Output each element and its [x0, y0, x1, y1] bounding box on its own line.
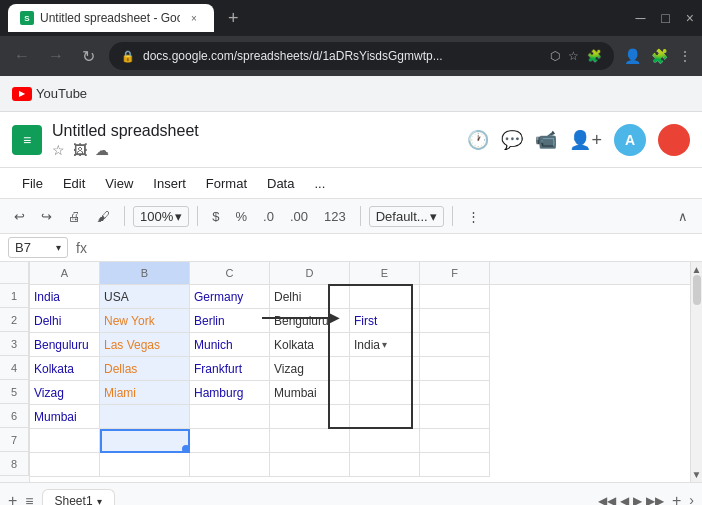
fx-icon[interactable]: fx [76, 240, 87, 256]
cell-a8[interactable] [30, 453, 100, 477]
add-sheet-right-button[interactable]: + [672, 492, 681, 506]
col-header-e[interactable]: E [350, 262, 420, 284]
cell-a3[interactable]: Benguluru [30, 333, 100, 357]
cell-b6[interactable] [100, 405, 190, 429]
decimal-less-button[interactable]: .0 [257, 205, 280, 228]
cell-b4[interactable]: Dellas [100, 357, 190, 381]
cell-c8[interactable] [190, 453, 270, 477]
paint-format-button[interactable]: 🖌 [91, 205, 116, 228]
cell-e8[interactable] [350, 453, 420, 477]
add-people-icon[interactable]: 👤+ [569, 129, 602, 151]
record-button[interactable] [658, 124, 690, 156]
col-header-b[interactable]: B [100, 262, 190, 284]
sheet-tab-sheet1[interactable]: Sheet1 ▾ [42, 489, 115, 505]
youtube-logo[interactable]: YouTube [12, 86, 87, 101]
browser-menu-icon[interactable]: ⋮ [678, 48, 692, 64]
cell-e5[interactable] [350, 381, 420, 405]
scroll-down-button[interactable]: ▼ [692, 469, 702, 480]
zoom-selector[interactable]: 100% ▾ [133, 206, 189, 227]
cell-f7[interactable] [420, 429, 490, 453]
menu-more[interactable]: ... [304, 172, 335, 195]
extensions-icon[interactable]: 🧩 [651, 48, 668, 64]
spreadsheet-title[interactable]: Untitled spreadsheet [52, 122, 199, 140]
forward-button[interactable]: → [44, 47, 68, 65]
profile-icon[interactable]: 👤 [624, 48, 641, 64]
menu-file[interactable]: File [12, 172, 53, 195]
cell-e4[interactable] [350, 357, 420, 381]
cell-f5[interactable] [420, 381, 490, 405]
extension-icon[interactable]: 🧩 [587, 49, 602, 63]
share-icon[interactable]: ⬡ [550, 49, 560, 63]
user-avatar[interactable]: A [614, 124, 646, 156]
cell-c1[interactable]: Germany [190, 285, 270, 309]
sheet-list-button[interactable]: ≡ [25, 493, 33, 506]
cell-c7[interactable] [190, 429, 270, 453]
cell-c5[interactable]: Hamburg [190, 381, 270, 405]
cell-reference-box[interactable]: B7 ▾ [8, 237, 68, 258]
cell-a7[interactable] [30, 429, 100, 453]
number-format-button[interactable]: 123 [318, 205, 352, 228]
percent-button[interactable]: % [229, 205, 253, 228]
comment-icon[interactable]: 💬 [501, 129, 523, 151]
history-icon[interactable]: 🕐 [467, 129, 489, 151]
cell-a2[interactable]: Delhi [30, 309, 100, 333]
cell-d1[interactable]: Delhi [270, 285, 350, 309]
image-icon[interactable]: 🖼 [73, 142, 87, 158]
col-header-d[interactable]: D [270, 262, 350, 284]
cell-f2[interactable] [420, 309, 490, 333]
sheet-tab-arrow[interactable]: ▾ [97, 496, 102, 506]
cell-b1[interactable]: USA [100, 285, 190, 309]
cell-b7[interactable] [100, 429, 190, 453]
cell-c2[interactable]: Berlin [190, 309, 270, 333]
cell-e6[interactable] [350, 405, 420, 429]
minimize-button[interactable]: ─ [635, 10, 645, 26]
cell-d8[interactable] [270, 453, 350, 477]
add-sheet-button[interactable]: + [8, 492, 17, 506]
close-window-button[interactable]: × [686, 10, 694, 26]
cell-f1[interactable] [420, 285, 490, 309]
collapse-toolbar-button[interactable]: ∧ [672, 205, 694, 228]
new-tab-button[interactable]: + [222, 8, 245, 29]
cell-a1[interactable]: India [30, 285, 100, 309]
col-header-c[interactable]: C [190, 262, 270, 284]
cell-d3[interactable]: Kolkata [270, 333, 350, 357]
cell-a4[interactable]: Kolkata [30, 357, 100, 381]
cell-d5[interactable]: Mumbai [270, 381, 350, 405]
cell-b3[interactable]: Las Vegas [100, 333, 190, 357]
cell-b2[interactable]: New York [100, 309, 190, 333]
star-icon[interactable]: ☆ [52, 142, 65, 158]
dropdown-icon[interactable]: ▾ [382, 339, 387, 350]
cell-d7[interactable] [270, 429, 350, 453]
scroll-thumb[interactable] [693, 275, 701, 305]
cell-f6[interactable] [420, 405, 490, 429]
chevron-right-button[interactable]: › [689, 492, 694, 506]
scroll-left-button[interactable]: ◀◀ [598, 494, 616, 506]
cloud-icon[interactable]: ☁ [95, 142, 109, 158]
cell-c4[interactable]: Frankfurt [190, 357, 270, 381]
currency-button[interactable]: $ [206, 205, 225, 228]
cell-a6[interactable]: Mumbai [30, 405, 100, 429]
scroll-right-button[interactable]: ▶▶ [646, 494, 664, 506]
tab-close-button[interactable]: × [186, 10, 202, 26]
cell-b5[interactable]: Miami [100, 381, 190, 405]
menu-data[interactable]: Data [257, 172, 304, 195]
decimal-more-button[interactable]: .00 [284, 205, 314, 228]
cell-d4[interactable]: Vizag [270, 357, 350, 381]
menu-insert[interactable]: Insert [143, 172, 196, 195]
font-selector[interactable]: Default... ▾ [369, 206, 444, 227]
refresh-button[interactable]: ↻ [78, 47, 99, 66]
more-options-button[interactable]: ⋮ [461, 205, 486, 228]
browser-tab[interactable]: S Untitled spreadsheet - Google Sh × [8, 4, 214, 32]
back-button[interactable]: ← [10, 47, 34, 65]
menu-edit[interactable]: Edit [53, 172, 95, 195]
cell-c6[interactable] [190, 405, 270, 429]
print-button[interactable]: 🖨 [62, 205, 87, 228]
scroll-prev-button[interactable]: ◀ [620, 494, 629, 506]
col-header-f[interactable]: F [420, 262, 490, 284]
maximize-button[interactable]: □ [661, 10, 669, 26]
url-box[interactable]: 🔒 docs.google.com/spreadsheets/d/1aDRsYi… [109, 42, 614, 70]
cell-c3[interactable]: Munich [190, 333, 270, 357]
cell-e1[interactable] [350, 285, 420, 309]
cell-f8[interactable] [420, 453, 490, 477]
menu-view[interactable]: View [95, 172, 143, 195]
